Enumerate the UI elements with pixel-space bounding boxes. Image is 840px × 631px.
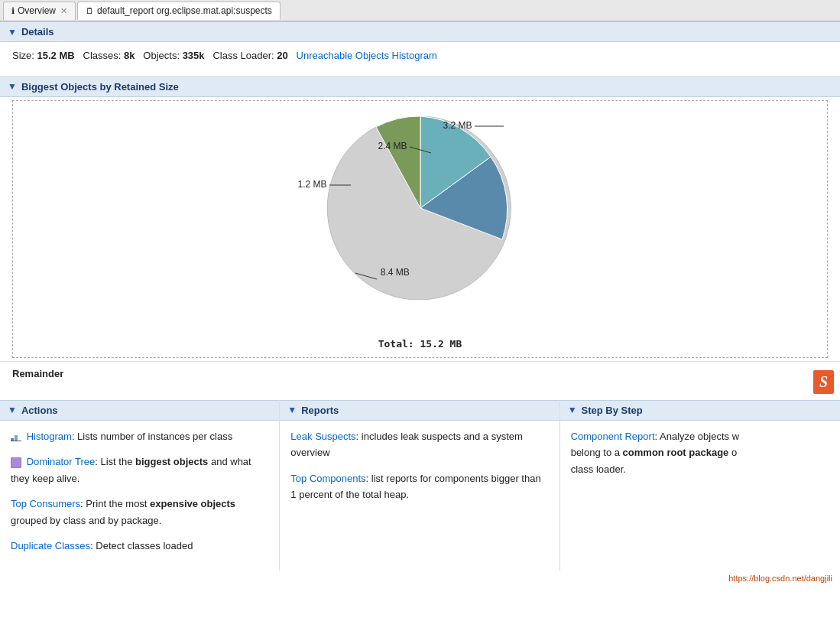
component-report-entry: Component Report: Analyze objects w belo… [571,428,829,477]
top-consumers-desc-pre: : Print the most [80,498,150,509]
actions-header: ▼ Actions [0,400,279,421]
reports-column: ▼ Reports Leak Suspects: includes leak s… [280,400,559,571]
duplicate-classes-entry: Duplicate Classes: Detect classes loaded [11,538,268,554]
label-12mb: 1.2 MB [298,177,352,193]
histogram-link[interactable]: Histogram [27,431,72,442]
top-consumers-entry: Top Consumers: Print the most expensive … [11,496,268,529]
label-24mb: 2.4 MB [378,139,433,154]
tab-default-report[interactable]: 🗒 default_report org.eclipse.mat.api:sus… [77,2,281,20]
component-report-desc: : Analyze objects w [655,431,740,442]
tab-bar: ℹ Overview ✕ 🗒 default_report org.eclips… [0,0,840,21]
dominator-link[interactable]: Dominator Tree [27,456,96,467]
classes-value: 8k [124,50,135,61]
details-arrow: ▼ [8,27,17,37]
three-columns: ▼ Actions Histogram: Lists number of ins… [0,400,840,571]
top-components-link[interactable]: Top Components [290,473,365,484]
dominator-desc-pre: : List the [95,456,135,467]
reports-header-label: Reports [301,405,339,416]
pie-chart-wrapper: 3.2 MB 2.4 MB 1.2 MB 8.4 MB [229,116,611,330]
dominator-entry: Dominator Tree: List the biggest objects… [11,454,268,486]
watermark-text: https://blog.csdn.net/dangjili [0,571,840,586]
size-value: 15.2 MB [37,50,75,61]
info-icon: ℹ [11,6,15,16]
biggest-objects-label: Biggest Objects by Retained Size [21,81,179,93]
reports-header: ▼ Reports [280,400,559,421]
component-report-bold: common root package [623,447,729,458]
top-consumers-desc-post: grouped by class and by package. [11,515,161,526]
top-consumers-link[interactable]: Top Consumers [11,498,80,509]
top-components-entry: Top Components: list reports for compone… [290,470,548,503]
histogram-entry: Histogram: Lists number of instances per… [11,428,268,444]
stepbystep-header-label: Step By Step [582,405,643,416]
duplicate-classes-desc: : Detect classes loaded [90,540,193,551]
leak-suspects-entry: Leak Suspects: includes leak suspects an… [290,428,548,461]
size-label: Size: [12,50,34,61]
objects-value: 335k [183,50,205,61]
reports-arrow: ▼ [287,405,297,415]
biggest-objects-header: ▼ Biggest Objects by Retained Size [0,76,840,97]
label-84mb: 8.4 MB [355,265,410,281]
stepbystep-header: ▼ Step By Step [560,400,840,421]
classloader-value: 20 [277,50,287,61]
tab-overview-close[interactable]: ✕ [60,6,67,16]
details-section-header: ▼ Details [0,21,840,42]
objects-label: Objects: [143,50,180,61]
classloader-label: Class Loader: [212,50,274,61]
component-report-desc4: class loader. [571,463,626,475]
classes-label: Classes: [83,50,122,61]
stepbystep-arrow: ▼ [568,405,577,415]
actions-arrow: ▼ [8,405,17,415]
details-header-label: Details [21,26,54,37]
tab-default-report-label: default_report org.eclipse.mat.api:suspe… [97,5,272,16]
histogram-desc: : Lists number of instances per class [72,431,232,442]
stepbystep-column: ▼ Step By Step Component Report: Analyze… [560,400,840,571]
unreachable-objects-link[interactable]: Unreachable Objects Histogram [297,50,437,61]
actions-content: Histogram: Lists number of instances per… [0,421,279,571]
report-icon: 🗒 [86,6,94,15]
csdn-logo: S [813,370,834,394]
svg-line-1 [410,147,431,153]
component-report-link[interactable]: Component Report [571,431,655,442]
stepbystep-content: Component Report: Analyze objects w belo… [560,421,840,494]
chart-container: 3.2 MB 2.4 MB 1.2 MB 8.4 MB Total: 15.2 [21,116,819,350]
actions-column: ▼ Actions Histogram: Lists number of ins… [0,400,280,571]
chart-section: 3.2 MB 2.4 MB 1.2 MB 8.4 MB Total: 15.2 [12,100,828,358]
component-report-desc3: o [728,447,737,458]
reports-content: Leak Suspects: includes leak suspects an… [280,421,559,520]
dominator-icon [11,457,21,468]
label-32mb: 3.2 MB [443,120,505,132]
histogram-bar-icon [11,432,21,441]
details-content: Size: 15.2 MB Classes: 8k Objects: 335k … [0,42,840,70]
dominator-bold: biggest objects [135,456,208,467]
actions-header-label: Actions [21,405,58,416]
duplicate-classes-link[interactable]: Duplicate Classes [11,540,90,551]
chart-total: Total: 15.2 MB [378,338,462,350]
top-consumers-bold: expensive objects [150,498,235,509]
svg-line-3 [355,273,377,279]
biggest-objects-arrow: ▼ [8,81,17,92]
tab-overview-label: Overview [18,5,56,16]
tab-overview[interactable]: ℹ Overview ✕ [3,2,76,20]
component-report-desc2: belong to a [571,447,623,458]
main-content: ▼ Details Size: 15.2 MB Classes: 8k Obje… [0,21,840,631]
leak-suspects-link[interactable]: Leak Suspects [290,431,355,442]
